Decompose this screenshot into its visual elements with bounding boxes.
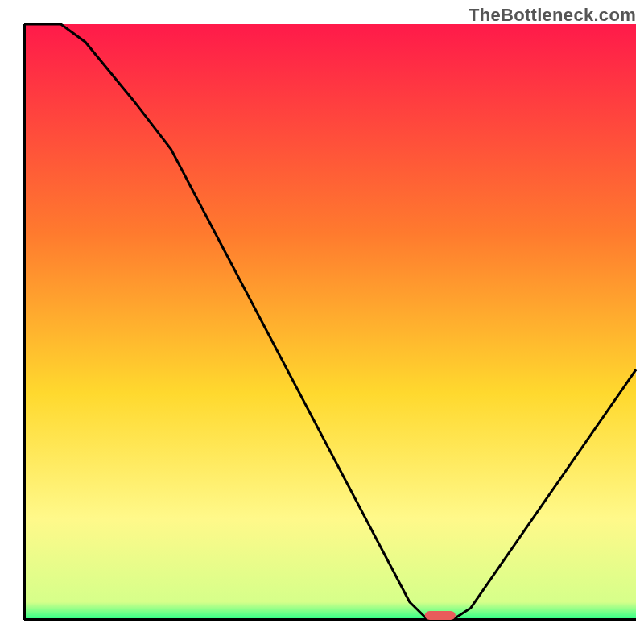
plot-background: [24, 24, 636, 620]
chart-container: TheBottleneck.com: [0, 0, 644, 644]
optimal-marker: [425, 611, 456, 620]
bottleneck-chart: [0, 0, 644, 644]
watermark-text: TheBottleneck.com: [469, 5, 636, 26]
